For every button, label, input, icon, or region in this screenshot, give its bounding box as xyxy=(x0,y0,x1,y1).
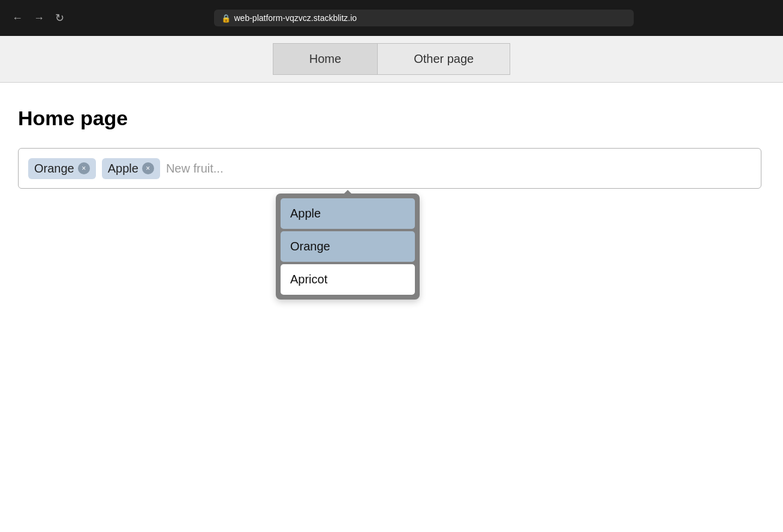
reload-button[interactable]: ↻ xyxy=(53,10,67,26)
nav-home-link[interactable]: Home xyxy=(273,43,377,75)
dropdown-item-apple[interactable]: Apple xyxy=(281,198,415,229)
dropdown-menu: Apple Orange Apricot xyxy=(276,194,420,300)
tag-apple: Apple × xyxy=(102,158,160,179)
multiselect-container: Orange × Apple × New fruit... Apple Oran… xyxy=(18,148,761,189)
nav-other-link[interactable]: Other page xyxy=(377,43,510,75)
nav-bar: Home Other page xyxy=(0,36,783,83)
lock-icon: 🔒 xyxy=(221,14,231,23)
dropdown-item-apricot[interactable]: Apricot xyxy=(281,264,415,295)
forward-button[interactable]: → xyxy=(31,10,47,26)
tag-apple-label: Apple xyxy=(108,162,138,176)
url-text: web-platform-vqzvcz.stackblitz.io xyxy=(234,13,357,23)
page-title: Home page xyxy=(18,107,765,130)
back-button[interactable]: ← xyxy=(10,10,25,26)
browser-nav-buttons: ← → ↻ xyxy=(10,10,67,26)
multiselect-placeholder: New fruit... xyxy=(166,162,224,176)
tag-orange-label: Orange xyxy=(34,162,74,176)
browser-chrome: ← → ↻ 🔒 web-platform-vqzvcz.stackblitz.i… xyxy=(0,0,783,36)
dropdown-item-orange[interactable]: Orange xyxy=(281,231,415,262)
tag-orange-remove[interactable]: × xyxy=(78,162,90,174)
tag-apple-remove[interactable]: × xyxy=(142,162,154,174)
page-content: Home page Orange × Apple × New fruit... … xyxy=(0,83,783,207)
multiselect-input[interactable]: Orange × Apple × New fruit... xyxy=(18,148,761,189)
tag-orange: Orange × xyxy=(28,158,96,179)
address-bar[interactable]: 🔒 web-platform-vqzvcz.stackblitz.io xyxy=(214,10,634,26)
